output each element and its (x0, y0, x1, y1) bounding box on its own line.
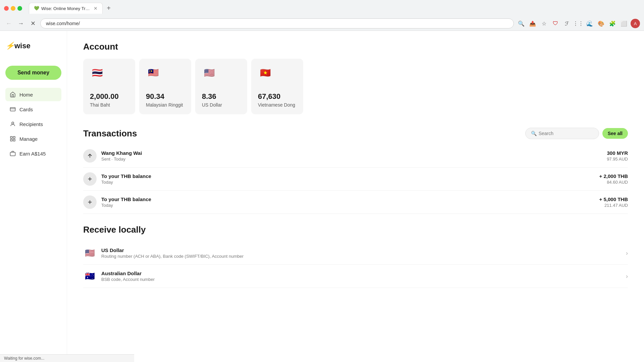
txn-amount-0: 300 MYR 97.95 AUD (607, 150, 628, 162)
minimize-button[interactable] (11, 6, 15, 11)
txn-icon-plus1 (83, 172, 97, 186)
close-button[interactable] (4, 6, 9, 11)
account-title: Account (83, 42, 628, 52)
profile-icon[interactable]: A (631, 19, 640, 28)
tab-title: Wise: Online Money Transfers (41, 6, 92, 11)
send-money-button[interactable]: Send money (5, 66, 61, 80)
recipients-icon (9, 121, 16, 127)
txn-icon-plus2 (83, 195, 97, 209)
transactions-list: Wang Khang Wai Sent · Today 300 MYR 97.9… (83, 144, 628, 214)
txn-secondary-0: 97.95 AUD (607, 157, 628, 162)
search-bar[interactable]: 🔍 (525, 128, 599, 139)
receive-title: Receive locally (83, 225, 628, 235)
receive-info-usd: US Dollar Routing number (ACH or ABA), B… (101, 247, 621, 259)
receive-section: Receive locally 🇺🇸 US Dollar Routing num… (83, 225, 628, 288)
bookmark-icon[interactable]: ☆ (539, 19, 549, 28)
page: ⚡wise Send money Home Cards Recipients (0, 31, 644, 357)
main-content: Account 🇹🇭 2,000.00 Thai Baht 🇲🇾 90.34 M… (67, 31, 644, 357)
sidebar-label-cards: Cards (19, 107, 33, 112)
currency-usd: US Dollar (202, 102, 240, 108)
txn-name-0: Wang Khang Wai (101, 150, 602, 156)
cards-icon (9, 106, 16, 113)
tab-bar: 💚 Wise: Online Money Transfers ✕ + (25, 3, 117, 14)
new-tab-button[interactable]: + (104, 4, 113, 13)
sidebar-label-earn: Earn A$145 (19, 151, 46, 157)
currency-thb: Thai Baht (90, 102, 128, 108)
forward-button[interactable]: → (16, 19, 25, 28)
receive-desc-usd: Routing number (ACH or ABA), Bank code (… (101, 254, 621, 259)
search-icon[interactable]: 🔍 (517, 19, 526, 28)
extension2-icon[interactable]: ⋮⋮ (574, 19, 583, 28)
svg-rect-8 (10, 152, 15, 156)
txn-name-2: To your THB balance (101, 196, 595, 202)
amount-usd: 8.36 (202, 92, 240, 101)
sidebar-icon[interactable]: ⬜ (619, 19, 629, 28)
receive-item-aud[interactable]: 🇦🇺 Australian Dollar BSB code, Account n… (83, 265, 628, 288)
flag-usd: 🇺🇸 (202, 65, 217, 80)
active-tab[interactable]: 💚 Wise: Online Money Transfers ✕ (29, 3, 103, 14)
txn-sub-2: Today (101, 203, 595, 208)
account-card-thb[interactable]: 🇹🇭 2,000.00 Thai Baht (83, 59, 135, 114)
search-input[interactable] (539, 131, 589, 136)
maximize-button[interactable] (17, 6, 22, 11)
receive-desc-aud: BSB code, Account number (101, 277, 621, 282)
url-display: wise.com/home/ (46, 21, 508, 26)
sidebar-item-manage[interactable]: Manage (5, 132, 61, 145)
txn-primary-2: + 5,000 THB (599, 196, 628, 202)
receive-arrow-usd: › (626, 250, 628, 257)
tab-close-icon[interactable]: ✕ (94, 6, 98, 11)
flag-thb: 🇹🇭 (90, 65, 105, 80)
amount-vnd: 67,630 (258, 92, 297, 101)
svg-rect-7 (13, 139, 15, 141)
extension5-icon[interactable]: 🧩 (608, 19, 617, 28)
txn-sub-0: Sent · Today (101, 157, 602, 162)
tab-favicon: 💚 (34, 6, 39, 11)
address-bar-row: ← → ✕ wise.com/home/ 🔍 📤 ☆ 🛡 ℱ ⋮⋮ 🌊 🎨 🧩 … (0, 16, 644, 31)
see-all-button[interactable]: See all (602, 128, 628, 139)
flag-receive-usd: 🇺🇸 (83, 246, 97, 260)
address-bar[interactable]: wise.com/home/ (40, 18, 514, 28)
sidebar-item-cards[interactable]: Cards (5, 103, 61, 116)
transaction-item[interactable]: Wang Khang Wai Sent · Today 300 MYR 97.9… (83, 144, 628, 168)
status-bar: Waiting for wise.com... (0, 354, 134, 362)
sidebar-item-recipients[interactable]: Recipients (5, 117, 61, 131)
share-icon[interactable]: 📤 (528, 19, 537, 28)
svg-rect-5 (13, 136, 15, 138)
account-card-vnd[interactable]: 🇻🇳 67,630 Vietnamese Dong (251, 59, 303, 114)
txn-amount-2: + 5,000 THB 211.47 AUD (599, 196, 628, 208)
sidebar-item-earn[interactable]: Earn A$145 (5, 147, 61, 160)
receive-item-usd[interactable]: 🇺🇸 US Dollar Routing number (ACH or ABA)… (83, 242, 628, 265)
transactions-header: Transactions 🔍 See all (83, 128, 628, 139)
adblock-icon[interactable]: 🛡 (551, 19, 560, 28)
extension3-icon[interactable]: 🌊 (585, 19, 594, 28)
txn-icon-sent (83, 149, 97, 163)
transaction-item[interactable]: To your THB balance Today + 5,000 THB 21… (83, 191, 628, 214)
flag-receive-aud: 🇦🇺 (83, 269, 97, 283)
svg-rect-4 (10, 136, 12, 138)
svg-text:⚡wise: ⚡wise (5, 42, 31, 50)
sidebar-item-home[interactable]: Home (5, 88, 61, 101)
extension1-icon[interactable]: ℱ (562, 19, 572, 28)
svg-rect-1 (10, 108, 15, 111)
sidebar-label-recipients: Recipients (19, 121, 43, 127)
sidebar: ⚡wise Send money Home Cards Recipients (0, 31, 67, 357)
svg-point-3 (12, 122, 14, 124)
home-icon (9, 91, 16, 98)
flag-vnd: 🇻🇳 (258, 65, 273, 80)
amount-myr: 90.34 (146, 92, 184, 101)
earn-icon (9, 150, 16, 157)
txn-primary-0: 300 MYR (607, 150, 628, 156)
account-card-usd[interactable]: 🇺🇸 8.36 US Dollar (195, 59, 247, 114)
receive-name-aud: Australian Dollar (101, 270, 621, 276)
extension4-icon[interactable]: 🎨 (596, 19, 606, 28)
receive-arrow-aud: › (626, 273, 628, 280)
back-button[interactable]: ← (4, 19, 13, 28)
txn-primary-1: + 2,000 THB (599, 173, 628, 179)
account-card-myr[interactable]: 🇲🇾 90.34 Malaysian Ringgit (139, 59, 191, 114)
receive-info-aud: Australian Dollar BSB code, Account numb… (101, 270, 621, 282)
wise-logo: ⚡wise (5, 39, 61, 54)
status-text: Waiting for wise.com... (4, 356, 44, 361)
currency-vnd: Vietnamese Dong (258, 102, 297, 108)
transaction-item[interactable]: To your THB balance Today + 2,000 THB 84… (83, 168, 628, 191)
reload-button[interactable]: ✕ (28, 19, 38, 28)
